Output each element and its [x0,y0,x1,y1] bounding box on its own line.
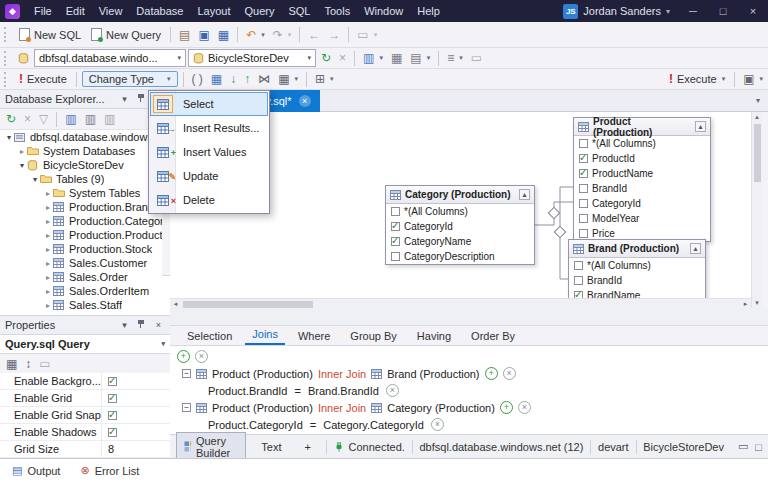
column-row[interactable]: *(All Columns) [574,136,710,151]
refresh-icon[interactable]: ↻ [3,112,19,126]
expand-icon[interactable]: ▸ [43,259,53,268]
checkbox-checked-icon[interactable] [108,428,117,437]
column-row[interactable]: BrandName [569,288,705,298]
paste-icon[interactable]: ▤ [176,28,193,42]
collapse-icon[interactable]: − [182,369,191,378]
new-query-button[interactable]: New Query [87,26,165,43]
database-tasks-icon[interactable]: ▭ [468,51,485,65]
database-explorer-header[interactable]: Database Explorer... ▾ × [0,90,170,109]
diagram-options-icon[interactable]: ⊞▾ [312,72,337,86]
condition-operator[interactable]: = [310,419,316,431]
move-up-icon[interactable]: ↑ [241,72,253,86]
condition-right-column[interactable]: Brand.BrandId [308,385,379,397]
property-value[interactable] [102,373,170,389]
join-tables-icon[interactable]: ⋈ [255,72,273,86]
navigate-back-icon[interactable]: ← [305,28,323,42]
scrollbar-thumb[interactable] [754,124,761,182]
execute-button[interactable]: ! Execute [15,70,71,88]
tree-item-production-product[interactable]: ▸Production.Product [0,228,170,242]
condition-right-column[interactable]: Category.CategoryId [323,419,424,431]
tree-item-tables-9[interactable]: ▾Tables (9) [0,172,170,186]
property-row-enable-grid[interactable]: Enable Grid [0,390,170,407]
tab-error-list[interactable]: ⊗Error List [71,462,148,479]
save-icon[interactable]: ▣ [195,28,212,42]
expand-icon[interactable]: ▸ [17,147,27,156]
refresh-icon[interactable]: ↻ [318,51,334,65]
collapse-icon[interactable]: ▾ [30,175,40,184]
checkbox-icon[interactable] [574,261,583,270]
undo-icon[interactable]: ↶▾ [243,28,268,42]
condition-operator[interactable]: = [295,385,301,397]
column-row[interactable]: BrandId [574,181,710,196]
tree-item-sales-order[interactable]: ▸Sales.Order [0,270,170,284]
remove-all-joins-icon[interactable]: × [195,350,208,363]
column-row[interactable]: ProductId [574,151,710,166]
scroll-up-icon[interactable]: ▴ [755,112,759,122]
expand-icon[interactable]: ▸ [43,245,53,254]
parentheses-icon[interactable]: ( ) [189,72,206,86]
maximize-button[interactable]: □ [708,0,738,22]
tree-item-sales-orderitem[interactable]: ▸Sales.OrderItem [0,284,170,298]
scroll-left-icon[interactable]: ◂ [170,300,181,308]
collapse-icon[interactable]: ▴ [519,189,530,200]
database-name[interactable]: BicycleStoreDev [643,441,724,453]
database-diagram-icon[interactable]: ▦ [388,51,405,65]
table-card-header[interactable]: Category (Production)▴ [386,186,534,204]
query-profiler-icon[interactable]: ▣▾ [740,72,766,86]
checkbox-icon[interactable] [574,276,583,285]
expand-icon[interactable]: ▸ [43,217,53,226]
tab-where[interactable]: Where [291,328,337,345]
add-join-icon[interactable]: + [177,350,190,363]
column-row[interactable]: ProductName [574,166,710,181]
save-all-icon[interactable]: ▦ [215,28,232,42]
expand-icon[interactable]: ▸ [43,287,53,296]
layout-icon[interactable]: ▭ [738,440,748,453]
collapse-icon[interactable]: ▾ [4,133,14,142]
new-sql-button[interactable]: New SQL [15,26,85,43]
database-combobox[interactable]: BicycleStoreDev ▾ [188,49,316,67]
move-down-icon[interactable]: ↓ [227,72,239,86]
tab-joins[interactable]: Joins [245,326,285,345]
scroll-down-icon[interactable]: ▾ [755,298,759,308]
checkbox-icon[interactable] [579,139,588,148]
condition-left-column[interactable]: Product.BrandId [208,385,288,397]
checkbox-icon[interactable] [579,184,588,193]
add-condition-icon[interactable]: + [500,401,513,414]
join-condition-row[interactable]: Product.CategoryId=Category.CategoryId× [170,416,768,433]
menu-layout[interactable]: Layout [190,0,237,22]
property-row-enable-grid-snap[interactable]: Enable Grid Snap [0,407,170,424]
toolbar-grip[interactable] [4,51,9,66]
column-row[interactable]: ModelYear [574,211,710,226]
filter-icon[interactable]: ▽ [36,112,51,126]
condition-left-column[interactable]: Product.CategoryId [208,419,303,431]
property-value[interactable] [102,390,170,406]
stop-icon[interactable]: × [21,112,34,126]
tree-item-system-databases[interactable]: ▸System Databases [0,144,170,158]
toolbar-grip[interactable] [4,72,9,87]
expand-icon[interactable]: ▸ [43,231,53,240]
checkbox-icon[interactable] [579,229,588,238]
scrollbar-thumb[interactable] [183,301,313,308]
alphabetical-icon[interactable]: ↕ [22,357,34,371]
collapse-icon[interactable]: − [182,403,191,412]
tree-item-sales-customer[interactable]: ▸Sales.Customer [0,256,170,270]
remove-condition-icon[interactable]: × [386,384,399,397]
join-type[interactable]: Inner Join [318,402,366,414]
property-pages-icon[interactable]: ▭ [36,357,53,371]
add-derived-table-icon[interactable]: ▦ [208,72,225,86]
column-row[interactable]: CategoryName [386,234,534,249]
add-view-tab[interactable]: + [296,438,318,456]
menu-item-select[interactable]: Select [150,92,268,116]
menu-database[interactable]: Database [129,0,190,22]
splitter[interactable] [170,308,768,326]
remove-condition-icon[interactable]: × [431,418,444,431]
edit-connection-icon[interactable]: ▥ [82,112,99,126]
tree-item-bicyclestoredev[interactable]: ▾BicycleStoreDev [0,158,170,172]
menu-item-insert-values[interactable]: +Insert Values [150,140,268,164]
menu-file[interactable]: File [27,0,59,22]
table-card-header[interactable]: Brand (Production)▴ [569,240,705,258]
navigate-forward-icon[interactable]: → [325,28,343,42]
close-button[interactable]: × [738,0,768,22]
tab-list-chevron-icon[interactable]: ▾ [756,96,760,105]
property-value[interactable] [102,407,170,423]
